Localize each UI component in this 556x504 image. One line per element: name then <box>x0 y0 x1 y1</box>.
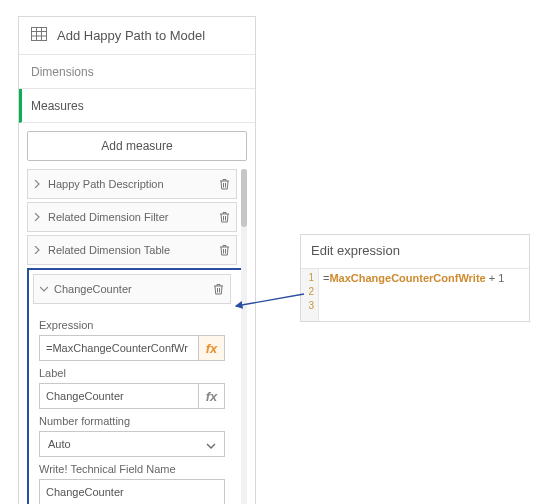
add-measure-button[interactable]: Add measure <box>27 131 247 161</box>
expression-editor: Edit expression 1 2 3 =MaxChangeCounterC… <box>300 234 530 322</box>
measure-detail: Expression fx Label fx Number formatting… <box>33 307 231 504</box>
scrollbar-track[interactable] <box>241 169 247 504</box>
measure-row-expanded[interactable]: ChangeCounter <box>33 274 231 304</box>
fx-icon[interactable]: fx <box>198 336 224 360</box>
editor-gutter: 1 2 3 <box>301 269 319 321</box>
numfmt-value: Auto <box>48 438 71 450</box>
svg-rect-0 <box>32 28 47 41</box>
expression-input-group: fx <box>39 335 225 361</box>
trash-icon[interactable] <box>219 178 230 190</box>
gutter-line: 2 <box>301 285 314 299</box>
expression-input[interactable] <box>40 336 198 360</box>
label-label: Label <box>39 367 225 379</box>
measure-label: ChangeCounter <box>54 283 132 295</box>
trash-icon[interactable] <box>213 283 224 295</box>
chevron-down-icon <box>40 286 48 292</box>
panel-title: Add Happy Path to Model <box>57 28 205 43</box>
techfield-input[interactable] <box>40 480 224 504</box>
code-suffix: + 1 <box>486 272 505 284</box>
numfmt-select[interactable]: Auto <box>39 431 225 457</box>
expression-label: Expression <box>39 319 225 331</box>
chevron-right-icon <box>34 246 42 254</box>
numfmt-label: Number formatting <box>39 415 225 427</box>
gutter-line: 1 <box>301 271 314 285</box>
scrollbar-thumb[interactable] <box>241 169 247 227</box>
panel-body: Add measure Happy Path Description Relat… <box>19 123 255 504</box>
measures-list: Happy Path Description Related Dimension… <box>27 169 247 504</box>
table-icon <box>31 27 47 44</box>
measure-label: Related Dimension Table <box>48 244 170 256</box>
code-ident: MaxChangeCounterConfWrite <box>329 272 485 284</box>
measure-row[interactable]: Related Dimension Table <box>27 235 237 265</box>
editor-code[interactable]: =MaxChangeCounterConfWrite + 1 <box>319 269 529 321</box>
trash-icon[interactable] <box>219 244 230 256</box>
techfield-label: Write! Technical Field Name <box>39 463 225 475</box>
chevron-down-icon <box>206 439 216 451</box>
tab-measures[interactable]: Measures <box>19 89 255 123</box>
label-input-group: fx <box>39 383 225 409</box>
measure-row[interactable]: Related Dimension Filter <box>27 202 237 232</box>
measure-label: Happy Path Description <box>48 178 164 190</box>
panel-header: Add Happy Path to Model <box>19 17 255 55</box>
properties-panel: Add Happy Path to Model Dimensions Measu… <box>18 16 256 504</box>
trash-icon[interactable] <box>219 211 230 223</box>
label-input[interactable] <box>40 384 198 408</box>
editor-title: Edit expression <box>301 235 529 269</box>
techfield-input-group <box>39 479 225 504</box>
chevron-right-icon <box>34 213 42 221</box>
editor-body[interactable]: 1 2 3 =MaxChangeCounterConfWrite + 1 <box>301 269 529 321</box>
fx-icon[interactable]: fx <box>198 384 224 408</box>
expanded-measure-highlight: ChangeCounter Expression fx Label fx <box>27 268 247 504</box>
tab-dimensions[interactable]: Dimensions <box>19 55 255 89</box>
gutter-line: 3 <box>301 299 314 313</box>
chevron-right-icon <box>34 180 42 188</box>
measure-row[interactable]: Happy Path Description <box>27 169 237 199</box>
measure-label: Related Dimension Filter <box>48 211 168 223</box>
